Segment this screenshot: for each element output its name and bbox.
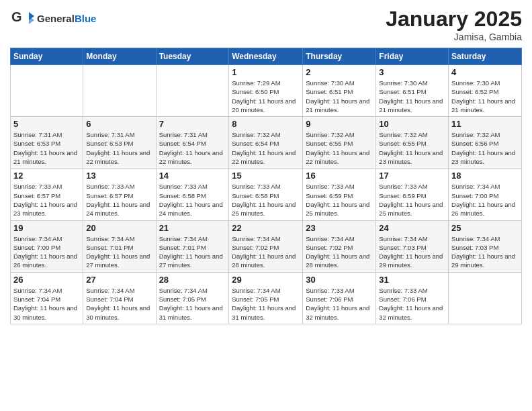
- day-number: 20: [86, 223, 152, 233]
- calendar-cell: [156, 65, 229, 117]
- day-info: Sunrise: 7:34 AM Sunset: 7:05 PM Dayligh…: [159, 286, 226, 322]
- day-info: Sunrise: 7:31 AM Sunset: 6:54 PM Dayligh…: [159, 130, 226, 166]
- col-monday: Monday: [83, 48, 156, 65]
- day-number: 19: [13, 223, 80, 233]
- day-number: 25: [451, 223, 519, 233]
- calendar-cell: 8Sunrise: 7:32 AM Sunset: 6:54 PM Daylig…: [229, 117, 303, 169]
- day-info: Sunrise: 7:34 AM Sunset: 7:02 PM Dayligh…: [306, 234, 373, 270]
- day-number: 18: [451, 171, 519, 181]
- calendar-cell: 16Sunrise: 7:33 AM Sunset: 6:59 PM Dayli…: [303, 169, 376, 220]
- calendar-cell: 2Sunrise: 7:30 AM Sunset: 6:51 PM Daylig…: [303, 65, 376, 117]
- month-title: January 2025: [386, 7, 522, 32]
- day-number: 8: [232, 119, 300, 129]
- day-number: 26: [13, 275, 80, 285]
- day-number: 12: [13, 171, 80, 181]
- calendar-cell: 6Sunrise: 7:31 AM Sunset: 6:53 PM Daylig…: [83, 117, 156, 169]
- day-info: Sunrise: 7:30 AM Sunset: 6:51 PM Dayligh…: [306, 79, 373, 114]
- calendar-cell: 13Sunrise: 7:33 AM Sunset: 6:57 PM Dayli…: [83, 169, 156, 220]
- day-info: Sunrise: 7:32 AM Sunset: 6:55 PM Dayligh…: [379, 130, 445, 166]
- day-number: 11: [451, 119, 519, 129]
- day-number: 28: [159, 275, 226, 285]
- day-number: 22: [232, 223, 300, 233]
- day-number: 15: [232, 171, 300, 181]
- svg-text:G: G: [11, 9, 22, 24]
- day-number: 24: [379, 223, 445, 233]
- calendar-cell: 29Sunrise: 7:34 AM Sunset: 7:05 PM Dayli…: [229, 272, 303, 324]
- calendar-week-5: 26Sunrise: 7:34 AM Sunset: 7:04 PM Dayli…: [11, 272, 522, 324]
- calendar-cell: 19Sunrise: 7:34 AM Sunset: 7:00 PM Dayli…: [11, 220, 83, 272]
- calendar-cell: 23Sunrise: 7:34 AM Sunset: 7:02 PM Dayli…: [303, 220, 376, 272]
- day-info: Sunrise: 7:34 AM Sunset: 7:01 PM Dayligh…: [86, 234, 152, 270]
- day-info: Sunrise: 7:33 AM Sunset: 6:58 PM Dayligh…: [232, 182, 300, 218]
- day-info: Sunrise: 7:34 AM Sunset: 7:00 PM Dayligh…: [451, 182, 519, 218]
- day-info: Sunrise: 7:31 AM Sunset: 6:53 PM Dayligh…: [13, 130, 80, 166]
- header: G GeneralBlue January 2025 Jamisa, Gambi…: [10, 7, 522, 42]
- calendar-cell: 4Sunrise: 7:30 AM Sunset: 6:52 PM Daylig…: [449, 65, 522, 117]
- calendar-cell: 11Sunrise: 7:32 AM Sunset: 6:56 PM Dayli…: [449, 117, 522, 169]
- day-number: 7: [159, 119, 226, 129]
- calendar-cell: [83, 65, 156, 117]
- day-number: 1: [232, 67, 300, 77]
- location: Jamisa, Gambia: [386, 32, 522, 42]
- day-info: Sunrise: 7:34 AM Sunset: 7:04 PM Dayligh…: [13, 286, 80, 322]
- day-number: 4: [451, 67, 519, 77]
- col-sunday: Sunday: [11, 48, 83, 65]
- day-info: Sunrise: 7:32 AM Sunset: 6:56 PM Dayligh…: [451, 130, 519, 166]
- day-info: Sunrise: 7:34 AM Sunset: 7:05 PM Dayligh…: [232, 286, 300, 322]
- calendar-cell: 9Sunrise: 7:32 AM Sunset: 6:55 PM Daylig…: [303, 117, 376, 169]
- day-info: Sunrise: 7:30 AM Sunset: 6:52 PM Dayligh…: [451, 79, 519, 114]
- calendar-cell: 7Sunrise: 7:31 AM Sunset: 6:54 PM Daylig…: [156, 117, 229, 169]
- day-info: Sunrise: 7:34 AM Sunset: 7:01 PM Dayligh…: [159, 234, 226, 270]
- calendar-cell: 10Sunrise: 7:32 AM Sunset: 6:55 PM Dayli…: [376, 117, 449, 169]
- day-number: 17: [379, 171, 445, 181]
- logo: G GeneralBlue: [10, 7, 96, 31]
- day-number: 27: [86, 275, 152, 285]
- calendar-cell: 15Sunrise: 7:33 AM Sunset: 6:58 PM Dayli…: [229, 169, 303, 220]
- day-info: Sunrise: 7:33 AM Sunset: 6:58 PM Dayligh…: [159, 182, 226, 218]
- day-info: Sunrise: 7:32 AM Sunset: 6:55 PM Dayligh…: [306, 130, 373, 166]
- day-info: Sunrise: 7:29 AM Sunset: 6:50 PM Dayligh…: [232, 79, 300, 114]
- calendar-week-3: 12Sunrise: 7:33 AM Sunset: 6:57 PM Dayli…: [11, 169, 522, 220]
- calendar-cell: 26Sunrise: 7:34 AM Sunset: 7:04 PM Dayli…: [11, 272, 83, 324]
- day-number: 14: [159, 171, 226, 181]
- title-block: January 2025 Jamisa, Gambia: [386, 7, 522, 42]
- calendar-cell: 18Sunrise: 7:34 AM Sunset: 7:00 PM Dayli…: [449, 169, 522, 220]
- calendar-week-4: 19Sunrise: 7:34 AM Sunset: 7:00 PM Dayli…: [11, 220, 522, 272]
- day-number: 10: [379, 119, 445, 129]
- day-info: Sunrise: 7:34 AM Sunset: 7:03 PM Dayligh…: [379, 234, 445, 270]
- calendar-cell: 24Sunrise: 7:34 AM Sunset: 7:03 PM Dayli…: [376, 220, 449, 272]
- day-number: 9: [306, 119, 373, 129]
- calendar-cell: 25Sunrise: 7:34 AM Sunset: 7:03 PM Dayli…: [449, 220, 522, 272]
- day-number: 5: [13, 119, 80, 129]
- day-number: 6: [86, 119, 152, 129]
- day-info: Sunrise: 7:33 AM Sunset: 6:57 PM Dayligh…: [86, 182, 152, 218]
- col-thursday: Thursday: [303, 48, 376, 65]
- calendar-cell: 30Sunrise: 7:33 AM Sunset: 7:06 PM Dayli…: [303, 272, 376, 324]
- day-info: Sunrise: 7:34 AM Sunset: 7:04 PM Dayligh…: [86, 286, 152, 322]
- calendar-cell: 3Sunrise: 7:30 AM Sunset: 6:51 PM Daylig…: [376, 65, 449, 117]
- day-number: 2: [306, 67, 373, 77]
- day-info: Sunrise: 7:34 AM Sunset: 7:00 PM Dayligh…: [13, 234, 80, 270]
- col-saturday: Saturday: [449, 48, 522, 65]
- logo-text: GeneralBlue: [37, 13, 96, 25]
- calendar-cell: 28Sunrise: 7:34 AM Sunset: 7:05 PM Dayli…: [156, 272, 229, 324]
- day-info: Sunrise: 7:33 AM Sunset: 6:59 PM Dayligh…: [306, 182, 373, 218]
- day-number: 3: [379, 67, 445, 77]
- day-number: 13: [86, 171, 152, 181]
- calendar-week-1: 1Sunrise: 7:29 AM Sunset: 6:50 PM Daylig…: [11, 65, 522, 117]
- day-number: 16: [306, 171, 373, 181]
- logo-icon: G: [10, 7, 34, 31]
- calendar: Sunday Monday Tuesday Wednesday Thursday…: [10, 48, 522, 324]
- calendar-cell: 5Sunrise: 7:31 AM Sunset: 6:53 PM Daylig…: [11, 117, 83, 169]
- day-info: Sunrise: 7:33 AM Sunset: 7:06 PM Dayligh…: [379, 286, 445, 322]
- day-info: Sunrise: 7:30 AM Sunset: 6:51 PM Dayligh…: [379, 79, 445, 114]
- day-number: 29: [232, 275, 300, 285]
- day-number: 21: [159, 223, 226, 233]
- day-info: Sunrise: 7:33 AM Sunset: 7:06 PM Dayligh…: [306, 286, 373, 322]
- day-info: Sunrise: 7:34 AM Sunset: 7:03 PM Dayligh…: [451, 234, 519, 270]
- calendar-cell: 27Sunrise: 7:34 AM Sunset: 7:04 PM Dayli…: [83, 272, 156, 324]
- col-wednesday: Wednesday: [229, 48, 303, 65]
- calendar-cell: [449, 272, 522, 324]
- calendar-cell: 12Sunrise: 7:33 AM Sunset: 6:57 PM Dayli…: [11, 169, 83, 220]
- calendar-cell: 17Sunrise: 7:33 AM Sunset: 6:59 PM Dayli…: [376, 169, 449, 220]
